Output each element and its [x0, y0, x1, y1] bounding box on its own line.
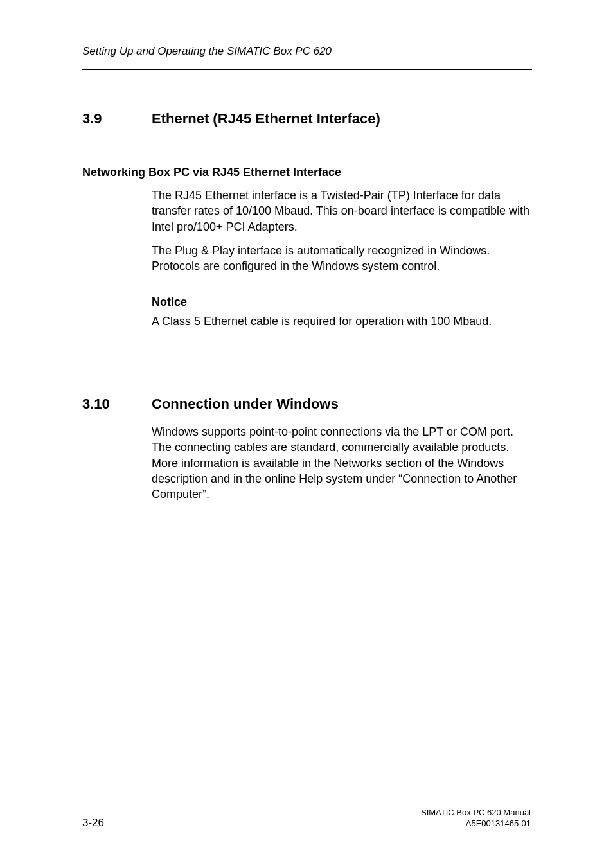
page: Setting Up and Operating the SIMATIC Box… — [0, 0, 613, 868]
section-3-9-para-2: The Plug & Play interface is automatical… — [152, 243, 533, 274]
notice-text: A Class 5 Ethernet cable is required for… — [152, 314, 533, 329]
section-3-9-para-1: The RJ45 Ethernet interface is a Twisted… — [152, 188, 533, 235]
running-header: Setting Up and Operating the SIMATIC Box… — [82, 45, 332, 58]
footer-doc-title: SIMATIC Box PC 620 Manual — [421, 808, 531, 819]
notice-label: Notice — [152, 296, 187, 309]
section-3-9-title: Ethernet (RJ45 Ethernet Interface) — [152, 111, 380, 127]
notice-rule-bottom — [152, 337, 533, 337]
header-rule — [82, 69, 532, 70]
page-number: 3-26 — [82, 817, 104, 829]
footer-doc-info: SIMATIC Box PC 620 Manual A5E00131465-01 — [421, 808, 531, 829]
section-3-10-heading: 3.10 Connection under Windows — [82, 396, 339, 412]
section-3-9-number: 3.9 — [82, 111, 152, 127]
notice-rule-top — [152, 296, 533, 296]
networking-subhead: Networking Box PC via RJ45 Ethernet Inte… — [82, 166, 341, 179]
footer-doc-id: A5E00131465-01 — [421, 819, 531, 829]
section-3-10-number: 3.10 — [82, 396, 152, 412]
section-3-9-heading: 3.9 Ethernet (RJ45 Ethernet Interface) — [82, 111, 380, 127]
section-3-10-para-1: Windows supports point-to-point connecti… — [152, 424, 533, 502]
section-3-10-title: Connection under Windows — [152, 396, 339, 412]
